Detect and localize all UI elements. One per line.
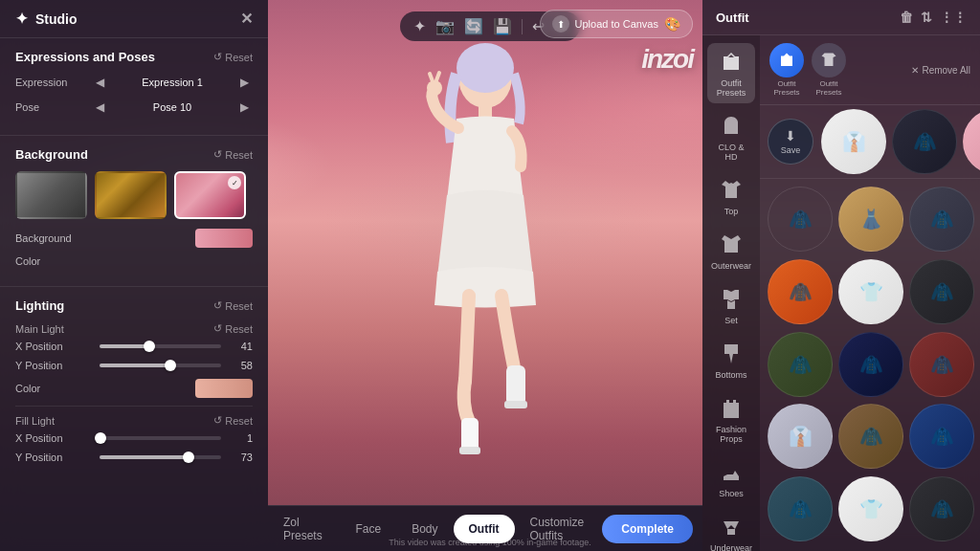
fashion-props-label: Fashion Props <box>711 425 751 444</box>
outfit-item-4[interactable]: 🧥 <box>768 187 833 252</box>
outfit-item-icon-2: 🧥 <box>893 110 956 173</box>
remove-all-btn[interactable]: ✕ Remove All <box>911 65 970 76</box>
category-underwear[interactable]: Underwear <box>707 508 755 551</box>
main-x-thumb[interactable] <box>144 341 155 352</box>
preset-tab-icon-1 <box>769 43 804 77</box>
outfit-item-icon-5: 👗 <box>839 187 902 251</box>
fill-y-position-row: Y Position 73 <box>15 452 253 463</box>
outfit-item-2[interactable]: 🧥 <box>892 109 957 174</box>
outfit-item-icon-16: 🧥 <box>768 477 832 540</box>
category-set[interactable]: Set <box>707 280 755 331</box>
outfit-item-15[interactable]: 🧥 <box>909 404 974 469</box>
outfit-item-icon-4: 🧥 <box>768 187 832 251</box>
main-light-label: Main Light <box>15 323 64 335</box>
top-right-area: ⬆ Upload to Canvas 🎨 inzoi <box>540 10 693 75</box>
outfit-item-7[interactable]: 🧥 <box>768 259 833 324</box>
svg-line-8 <box>430 74 433 81</box>
background-reset-btn[interactable]: ↺ Reset <box>213 148 253 161</box>
category-outfit-presets[interactable]: Outfit Presets <box>707 43 755 103</box>
color-row: Color <box>15 255 253 267</box>
outfit-item-icon-17: 👕 <box>839 477 902 540</box>
outfit-item-icon-12: 🧥 <box>910 333 973 396</box>
tab-zol-presets[interactable]: Zol Presets <box>268 508 340 550</box>
category-top[interactable]: Top <box>707 171 755 222</box>
main-x-label: X Position <box>15 341 92 352</box>
main-color-label: Color <box>15 383 92 394</box>
pose-prev-btn[interactable]: ◀ <box>92 99 108 116</box>
upload-label: Upload to Canvas <box>575 18 658 30</box>
outfit-item-9[interactable]: 🧥 <box>909 259 974 324</box>
toolbar-wand-btn[interactable]: ✦ <box>413 17 426 35</box>
outfit-item-icon-18: 🧥 <box>910 477 973 540</box>
outfit-item-3[interactable]: 👗 <box>963 109 980 174</box>
main-color-swatch[interactable] <box>195 379 253 398</box>
lighting-reset-btn[interactable]: ↺ Reset <box>213 299 253 312</box>
preset-tab-1[interactable]: OutfitPresets <box>769 43 804 97</box>
expressions-reset-btn[interactable]: ↺ Reset <box>213 51 253 63</box>
lighting-title: Lighting <box>15 298 64 313</box>
outfit-item-18[interactable]: 🧥 <box>909 476 974 541</box>
main-light-reset-btn[interactable]: ↺ Reset <box>213 322 253 335</box>
category-fashion-props[interactable]: Fashion Props <box>707 389 755 450</box>
bottoms-icon <box>718 341 745 367</box>
outfit-item-1[interactable]: 👔 <box>821 109 886 174</box>
upload-canvas-btn[interactable]: ⬆ Upload to Canvas 🎨 <box>540 10 693 38</box>
fill-light-reset-btn[interactable]: ↺ Reset <box>213 414 253 427</box>
save-preset-btn[interactable]: ⬇ Save <box>768 119 813 165</box>
toolbar-refresh-btn[interactable]: 🔄 <box>464 17 483 35</box>
expression-prev-btn[interactable]: ◀ <box>92 74 108 91</box>
outfit-item-8[interactable]: 👕 <box>838 259 903 324</box>
fill-y-thumb[interactable] <box>183 452 194 463</box>
outfit-item-11[interactable]: 🧥 <box>838 332 903 397</box>
toolbar-camera-btn[interactable]: 📷 <box>435 17 455 35</box>
filter-icon[interactable]: ⇅ <box>921 10 932 25</box>
bg-swatch-pink[interactable]: ✓ <box>174 171 246 219</box>
bg-swatch-gray[interactable] <box>15 171 87 219</box>
outfit-item-10[interactable]: 🧥 <box>768 332 833 397</box>
upload-icon: ⬆ <box>552 15 569 33</box>
complete-btn[interactable]: Complete <box>602 515 693 543</box>
trash-icon[interactable]: 🗑 <box>900 10 913 25</box>
category-clo-hd[interactable]: CLO & HD <box>707 107 755 167</box>
background-color-swatch[interactable] <box>195 229 253 248</box>
outerwear-label: Outerwear <box>711 261 751 271</box>
outfit-item-16[interactable]: 🧥 <box>768 476 833 541</box>
outfit-item-5[interactable]: 👗 <box>838 187 903 252</box>
preset-tab-2[interactable]: OutfitPresets <box>812 43 846 97</box>
svg-rect-4 <box>504 401 527 408</box>
pose-next-btn[interactable]: ▶ <box>236 99 253 116</box>
top-label: Top <box>724 207 739 216</box>
underwear-label: Underwear <box>710 543 752 551</box>
close-button[interactable]: ✕ <box>240 10 253 28</box>
outfit-item-6[interactable]: 🧥 <box>909 187 974 252</box>
toolbar-save-btn[interactable]: 💾 <box>493 17 512 35</box>
remove-icon: ✕ <box>911 65 919 76</box>
fill-x-slider[interactable] <box>100 436 221 440</box>
fill-light-label: Fill Light <box>15 415 55 427</box>
category-shoes[interactable]: Shoes <box>707 453 755 504</box>
fill-y-slider[interactable] <box>100 455 221 459</box>
fill-x-thumb[interactable] <box>95 432 106 444</box>
background-swatches: ✓ <box>15 171 253 219</box>
bg-swatch-room[interactable] <box>95 171 167 219</box>
outfit-item-13[interactable]: 👔 <box>768 404 833 469</box>
fill-y-value: 73 <box>229 452 253 463</box>
reset-icon2: ↺ <box>213 148 222 161</box>
main-x-slider[interactable] <box>100 344 221 348</box>
sort-icon[interactable]: ⋮⋮ <box>940 10 967 25</box>
main-y-slider[interactable] <box>100 364 221 367</box>
outfit-item-17[interactable]: 👕 <box>838 476 903 541</box>
main-y-thumb[interactable] <box>165 360 176 371</box>
outfit-item-12[interactable]: 🧥 <box>909 332 974 397</box>
category-bottoms[interactable]: Bottoms <box>707 335 755 386</box>
outfit-item-icon-10: 🧥 <box>768 333 832 396</box>
category-outerwear[interactable]: Outerwear <box>707 226 755 276</box>
brand-logo: inzoi <box>641 44 693 75</box>
expression-label: Expression <box>15 77 92 88</box>
outerwear-icon <box>718 231 745 258</box>
outfit-item-14[interactable]: 🧥 <box>838 404 903 469</box>
expression-next-btn[interactable]: ▶ <box>236 74 253 91</box>
main-light-header: Main Light ↺ Reset <box>15 322 253 335</box>
bottoms-label: Bottoms <box>715 370 746 380</box>
category-sidebar: Outfit Presets CLO & HD Top <box>702 35 760 551</box>
